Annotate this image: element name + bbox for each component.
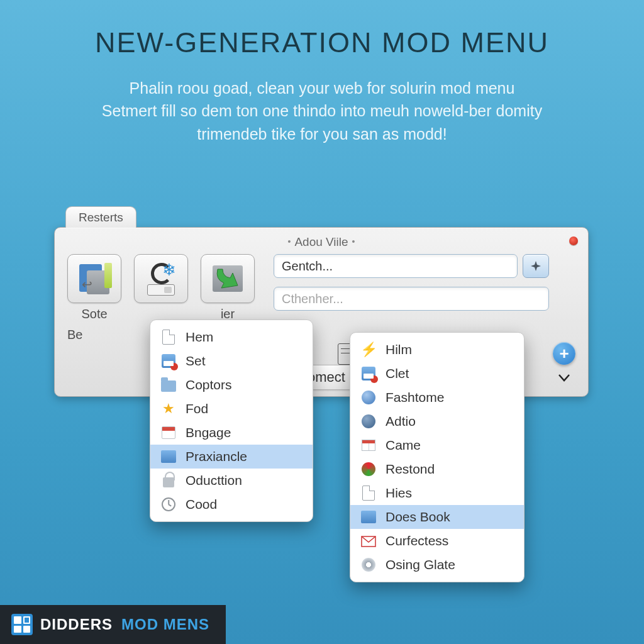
folder-icon: [160, 377, 177, 393]
menu-item-label: Hies: [386, 486, 412, 501]
brand-badge: DIDDERS MOD MENS: [0, 605, 226, 644]
menu-item-label: Curfectess: [386, 533, 448, 548]
window-title: •Adou Viile•: [64, 234, 579, 254]
tab-resterts[interactable]: Resterts: [65, 206, 136, 228]
menu-item-label: Coptors: [186, 377, 232, 392]
disc-icon: [360, 557, 377, 573]
menu-item-curfectess[interactable]: Curfectess: [350, 529, 524, 553]
menu-item-coptors[interactable]: Coptors: [150, 373, 313, 397]
menu-item-label: Does Book: [386, 509, 450, 525]
add-button[interactable]: +: [553, 342, 575, 365]
page-headline: NEW-GENERATION MOD MENU: [0, 26, 644, 59]
toolbar-button-files[interactable]: ↩: [67, 254, 121, 303]
subhead-line: Setmert fill so dem ton one thindo into …: [38, 99, 606, 122]
menu-item-label: Hilm: [386, 342, 412, 357]
secondary-input-placeholder: Cthenher...: [282, 292, 343, 306]
menu-item-hies[interactable]: Hies: [350, 481, 524, 505]
dropdown-menu-right: ⚡HilmCletFashtomeAdtioCameRestondHiesDoe…: [350, 332, 525, 582]
disk-icon: [160, 353, 177, 369]
toolbar-button-go[interactable]: [201, 254, 255, 303]
menu-item-does-book[interactable]: Does Book: [350, 505, 524, 529]
clock-icon: [160, 496, 177, 513]
brand-logo-icon: [11, 614, 33, 635]
menu-item-hem[interactable]: Hem: [150, 325, 313, 349]
globe-icon: [360, 389, 377, 406]
menu-item-label: Osing Glate: [386, 557, 455, 572]
menu-item-set[interactable]: Set: [150, 349, 313, 373]
menu-item-oducttion[interactable]: Oducttion: [150, 469, 313, 492]
star-icon: ★: [160, 401, 177, 417]
dropdown-menu-left: HemSetCoptors★FodBngagePraxiancleOductti…: [150, 319, 313, 522]
menu-item-label: Fashtome: [386, 390, 444, 405]
lock-icon: [160, 472, 177, 489]
menu-item-fod[interactable]: ★Fod: [150, 397, 313, 421]
menu-item-adtio[interactable]: Adtio: [350, 409, 524, 433]
grid-icon: [360, 437, 377, 453]
menu-item-label: Set: [186, 353, 206, 369]
arrow-icon: [209, 262, 247, 296]
menu-item-label: Came: [386, 438, 421, 453]
label-be: Be: [67, 328, 118, 342]
page-icon: [360, 485, 377, 501]
brand-text-1: DIDDERS: [40, 616, 113, 633]
refresh-icon: ❄: [142, 262, 180, 296]
tool-icon: [160, 448, 177, 465]
cal-icon: [160, 425, 177, 441]
window-title-text: Adou Viile: [294, 235, 348, 248]
bolt-icon: ⚡: [360, 341, 377, 358]
disk-icon: [360, 365, 377, 382]
search-input[interactable]: Gentch...: [274, 254, 518, 278]
menu-item-label: Restond: [386, 462, 435, 477]
page-subhead: Phalin roou goad, clean your web for sol…: [0, 77, 644, 145]
page-icon: [160, 329, 177, 345]
menu-item-fashtome[interactable]: Fashtome: [350, 386, 524, 409]
toolbar-label-1: Sote: [81, 307, 107, 321]
swirl-icon: [360, 461, 377, 477]
menu-item-praxiancle[interactable]: Praxiancle: [150, 445, 313, 469]
menu-item-label: Praxiancle: [186, 449, 247, 464]
menu-item-label: Bngage: [186, 425, 231, 440]
menu-item-label: Fod: [186, 401, 208, 416]
subhead-line: Phalin roou goad, clean your web for sol…: [38, 77, 606, 99]
menu-item-restond[interactable]: Restond: [350, 457, 524, 481]
menu-item-cood[interactable]: Cood: [150, 492, 313, 516]
secondary-input[interactable]: Cthenher...: [274, 287, 549, 311]
menu-item-label: Clet: [386, 366, 409, 381]
close-icon[interactable]: [569, 236, 578, 245]
menu-item-hilm[interactable]: ⚡Hilm: [350, 338, 524, 362]
menu-item-label: Cood: [186, 497, 217, 512]
book-icon: [360, 509, 377, 525]
mail-icon: [360, 533, 377, 549]
menu-item-label: Oducttion: [186, 473, 242, 488]
globe-dark-icon: [360, 413, 377, 430]
menu-item-bngage[interactable]: Bngage: [150, 421, 313, 445]
chevron-down-icon[interactable]: [558, 374, 570, 385]
brand-text-2: MOD MENS: [121, 616, 209, 633]
toolbar-button-refresh[interactable]: ❄: [134, 254, 188, 303]
menu-item-clet[interactable]: Clet: [350, 362, 524, 386]
subhead-line: trimendeb tike for you san as modd!: [38, 123, 606, 145]
menu-item-label: Hem: [186, 330, 213, 345]
menu-item-label: Adtio: [386, 414, 416, 429]
search-expand-button[interactable]: [523, 254, 549, 278]
files-icon: ↩: [75, 262, 113, 296]
menu-item-osing-glate[interactable]: Osing Glate: [350, 553, 524, 577]
menu-item-came[interactable]: Came: [350, 433, 524, 457]
plus-star-icon: [530, 260, 541, 272]
